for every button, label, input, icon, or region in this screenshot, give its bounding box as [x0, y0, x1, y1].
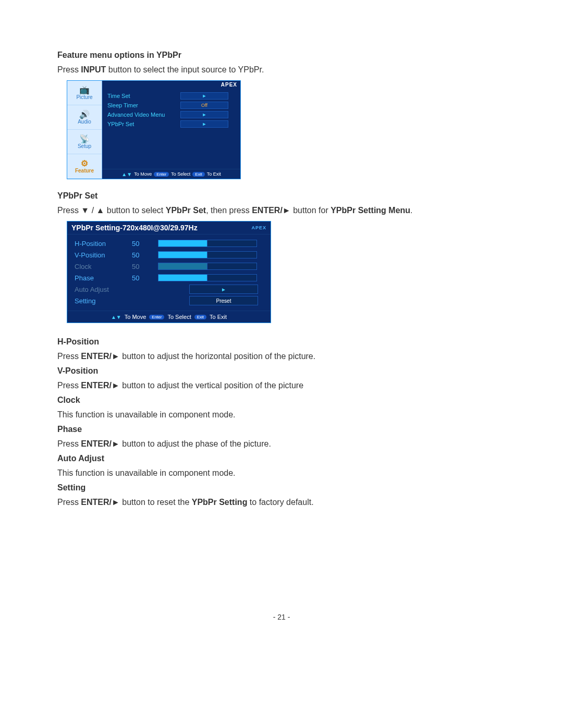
row-adv-video[interactable]: Advanced Video Menu ► — [107, 110, 236, 119]
foot-exit: To Exit — [210, 314, 227, 320]
slider[interactable] — [158, 274, 257, 281]
row-label: V-Position — [75, 251, 132, 259]
osd1-sidebar: 📺 Picture 🔊 Audio 📡 Setup ⚙ Feature — [67, 81, 102, 179]
row-label: Clock — [75, 263, 132, 270]
foot-select: To Select — [171, 171, 190, 177]
updown-icon: ▲▼ — [121, 171, 132, 177]
row-label: YPbPr Set — [107, 121, 180, 127]
t: ENTER/► — [81, 439, 120, 448]
tab-picture[interactable]: 📺 Picture — [67, 81, 102, 105]
row-label: Phase — [75, 274, 132, 282]
auto-adjust-button: ► — [189, 285, 258, 294]
input-key: INPUT — [81, 65, 106, 74]
heading-ypbpr-set: YPbPr Set — [57, 190, 506, 202]
dish-icon: 📡 — [79, 135, 90, 143]
row-value: Off — [180, 102, 228, 109]
t: to factory default. — [247, 498, 313, 507]
t: button to adjust the vertical position o… — [120, 381, 303, 390]
tab-audio[interactable]: 🔊 Audio — [67, 105, 102, 130]
arrow-right-icon: ► — [202, 112, 207, 117]
t: , then press — [206, 206, 252, 215]
t: ENTER/► — [81, 352, 120, 361]
row-value: 50 — [132, 274, 158, 282]
t: Press — [57, 352, 81, 361]
t: button to adjust the horizontal position… — [120, 352, 315, 361]
t: Press — [57, 381, 81, 390]
brand-label: APEX — [251, 225, 266, 230]
row-value: ► — [180, 92, 228, 100]
slider[interactable] — [158, 251, 257, 258]
feature-icon: ⚙ — [81, 159, 88, 168]
def-clock-h: Clock — [57, 394, 506, 406]
def-clock-t: This function is unavailable in componen… — [57, 409, 506, 421]
def-hposition-t: Press ENTER/► button to adjust the horiz… — [57, 350, 506, 363]
foot-move: To Move — [134, 171, 152, 177]
t: button for — [291, 206, 331, 215]
t: ENTER/► — [81, 381, 120, 390]
speaker-icon: 🔊 — [79, 110, 90, 119]
enter-pill: Enter — [149, 315, 164, 319]
row-label: Auto Adjust — [75, 286, 132, 293]
row-clock: Clock 50 — [75, 261, 265, 272]
tab-label: Picture — [76, 94, 92, 100]
t: . — [410, 206, 412, 215]
row-label: H-Position — [75, 240, 132, 248]
osd-feature-menu: 📺 Picture 🔊 Audio 📡 Setup ⚙ Feature APEX… — [67, 80, 241, 179]
row-phase[interactable]: Phase 50 — [75, 272, 265, 283]
def-vposition-t: Press ENTER/► button to adjust the verti… — [57, 379, 506, 392]
page-number: - 21 - — [57, 613, 506, 621]
tv-icon: 📺 — [79, 86, 90, 94]
row-label: Sleep Timer — [107, 102, 180, 108]
def-setting-h: Setting — [57, 482, 506, 494]
heading-feature-menu: Feature menu options in YPbPr — [57, 49, 506, 61]
tab-label: Feature — [75, 168, 94, 174]
row-value: 50 — [132, 240, 158, 248]
slider[interactable] — [158, 240, 257, 247]
intro-line: Press INPUT button to select the input s… — [57, 64, 506, 76]
t: button to reset the — [120, 498, 192, 507]
row-label: Setting — [75, 297, 132, 305]
arrow-right-icon: ► — [202, 121, 207, 127]
t: ENTER/► — [252, 206, 291, 215]
osd1-main: APEX Time Set ► Sleep Timer Off Advanced… — [102, 81, 240, 179]
row-value: ► — [180, 120, 228, 128]
row-hposition[interactable]: H-Position 50 — [75, 238, 265, 249]
tab-label: Setup — [78, 143, 91, 149]
t: Press — [57, 498, 81, 507]
row-sleep-timer[interactable]: Sleep Timer Off — [107, 101, 236, 110]
osd2-footer: ▲▼ To Move Enter To Select Exit To Exit — [67, 311, 271, 323]
row-setting[interactable]: Setting Preset — [75, 295, 265, 306]
row-value: 50 — [132, 251, 158, 259]
t: YPbPr Set — [166, 206, 206, 215]
tab-setup[interactable]: 📡 Setup — [67, 130, 102, 154]
row-time-set[interactable]: Time Set ► — [107, 91, 236, 101]
def-phase-t: Press ENTER/► button to adjust the phase… — [57, 438, 506, 450]
def-hposition-h: H-Position — [57, 336, 506, 348]
preset-button[interactable]: Preset — [189, 296, 258, 305]
osd2-body: H-Position 50 V-Position 50 Clock 50 Pha… — [67, 235, 271, 311]
tab-feature[interactable]: ⚙ Feature — [67, 154, 102, 179]
t: button to adjust the phase of the pictur… — [120, 439, 271, 448]
t: Press ▼ / ▲ button to select — [57, 206, 166, 215]
osd2-title-text: YPbPr Setting-720x480I@30/29.97Hz — [71, 224, 198, 232]
foot-select: To Select — [167, 314, 191, 320]
tab-label: Audio — [78, 119, 91, 125]
row-auto-adjust: Auto Adjust ► — [75, 283, 265, 295]
row-ypbpr-set[interactable]: YPbPr Set ► — [107, 119, 236, 129]
slider — [158, 263, 257, 270]
def-auto-h: Auto Adjust — [57, 452, 506, 465]
exit-pill: Exit — [194, 315, 206, 319]
foot-move: To Move — [125, 314, 146, 320]
osd1-list: Time Set ► Sleep Timer Off Advanced Vide… — [102, 89, 240, 169]
exit-pill: Exit — [192, 172, 204, 177]
ypbpr-instruction: Press ▼ / ▲ button to select YPbPr Set, … — [57, 204, 506, 217]
osd1-footer: ▲▼ To Move Enter To Select Exit To Exit — [102, 169, 240, 179]
row-vposition[interactable]: V-Position 50 — [75, 249, 265, 261]
def-setting-t: Press ENTER/► button to reset the YPbPr … — [57, 496, 506, 509]
t: YPbPr Setting Menu — [331, 206, 410, 215]
t: Press — [57, 439, 81, 448]
t: Press — [57, 65, 81, 74]
t: YPbPr Setting — [192, 498, 248, 507]
updown-icon: ▲▼ — [111, 314, 121, 320]
enter-pill: Enter — [154, 172, 169, 177]
